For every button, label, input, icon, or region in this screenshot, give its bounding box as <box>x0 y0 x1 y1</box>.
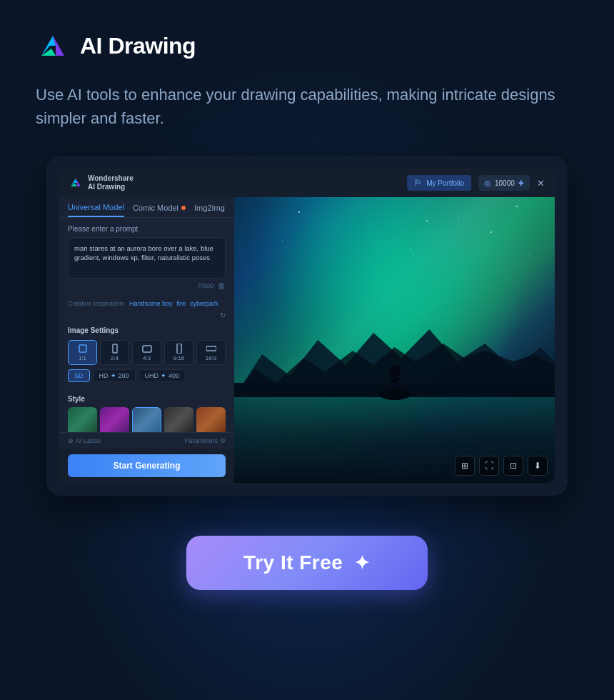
ratio-1-1-icon <box>78 344 88 354</box>
quality-sd-btn[interactable]: SD <box>68 369 90 382</box>
prompt-footer: 7/500 🗑 <box>68 281 226 290</box>
ratio-btn-4-3[interactable]: 4:3 <box>132 340 161 365</box>
credits-icon: ◎ <box>484 179 491 188</box>
style-thumb-oil <box>196 407 226 432</box>
panel-bottom: ⊕ AI Lasso Parameters ⚙ <box>59 432 234 449</box>
svg-rect-8 <box>143 346 151 352</box>
quality-hd-btn[interactable]: HD ✦ 200 <box>93 369 136 382</box>
char-count: 7/500 <box>197 282 213 289</box>
style-item-surrealistic[interactable]: Surrealistic <box>100 407 129 432</box>
portfolio-flag-icon: 🏳 <box>414 178 423 188</box>
prompt-section: Please enter a prompt man stares at an a… <box>59 218 234 297</box>
style-item-ink[interactable]: Ink <box>164 407 193 432</box>
prompt-textarea[interactable]: man stares at an aurora bore over a lake… <box>68 237 226 279</box>
svg-point-15 <box>389 366 401 377</box>
ai-lasso-btn[interactable]: ⊕ AI Lasso <box>68 437 101 444</box>
app-brand-name: Wondershare AI Drawing <box>88 174 134 191</box>
svg-rect-7 <box>113 344 117 353</box>
tab-img2img[interactable]: Img2Img <box>194 203 225 217</box>
inspiration-tag-1[interactable]: fire <box>177 300 186 307</box>
clear-icon[interactable]: 🗑 <box>218 281 226 290</box>
page-container: AI Drawing Use AI tools to enhance your … <box>0 0 614 700</box>
style-thumb-landscape <box>68 407 97 432</box>
style-item-landscape[interactable]: Landscape <box>68 407 97 432</box>
style-section: Style Landscape Surrealistic <box>59 392 234 432</box>
ratio-btn-2-4[interactable]: 2:4 <box>100 340 129 365</box>
inspiration-label: Creative Inspiration: <box>68 300 125 307</box>
header: AI Drawing <box>36 29 578 63</box>
svg-rect-6 <box>79 345 86 352</box>
generate-btn-container: Start Generating <box>59 449 234 483</box>
header-title: AI Drawing <box>80 33 196 59</box>
ratio-4-3-icon <box>142 344 152 354</box>
cta-label: Try It Free <box>243 551 343 574</box>
subtitle: Use AI tools to enhance your drawing cap… <box>36 83 578 130</box>
parameters-icon: ⚙ <box>220 437 226 444</box>
parameters-btn[interactable]: Parameters ⚙ <box>184 437 226 444</box>
ratio-16-9-icon <box>206 344 216 354</box>
image-tool-expand[interactable]: ⛶ <box>479 456 499 476</box>
svg-rect-9 <box>177 344 181 354</box>
title-bar-left: Wondershare AI Drawing <box>69 174 134 191</box>
tab-universal-model[interactable]: Universal Model <box>68 203 124 217</box>
uhd-star-icon: ✦ <box>161 372 166 379</box>
portfolio-button[interactable]: 🏳 My Portfolio <box>407 175 471 191</box>
image-tool-grid[interactable]: ⊞ <box>455 456 475 476</box>
title-bar-right: 🏳 My Portfolio ◎ 10000 + ✕ <box>407 175 545 191</box>
image-tool-crop[interactable]: ⊡ <box>503 456 523 476</box>
app-content: Universal Model Comic Model Img2Img Plea… <box>59 197 555 483</box>
inspiration-tag-2[interactable]: cyberpark <box>190 300 218 307</box>
style-item-watercolor[interactable]: Watercolor <box>132 407 161 432</box>
image-settings-section: Image Settings 1:1 2:4 <box>59 322 234 392</box>
svg-rect-10 <box>206 346 216 351</box>
right-panel-image: ⊞ ⛶ ⊡ ⬇ <box>234 197 555 483</box>
add-credits-button[interactable]: + <box>518 177 524 189</box>
try-it-free-button[interactable]: Try It Free ✦ <box>186 536 428 590</box>
style-thumb-ink <box>164 407 193 432</box>
ratio-2-4-icon <box>110 344 120 354</box>
inspiration-row: Creative Inspiration: Handsome boy fire … <box>59 297 234 322</box>
style-grid: Landscape Surrealistic Watercolor <box>68 407 226 432</box>
app-logo-small-icon <box>69 176 82 189</box>
image-toolbar: ⊞ ⛶ ⊡ ⬇ <box>455 456 548 476</box>
image-settings-label: Image Settings <box>68 326 226 334</box>
tabs-row: Universal Model Comic Model Img2Img <box>59 197 234 218</box>
style-item-oil[interactable]: Oil <box>196 407 226 432</box>
uhd-label: UHD <box>145 372 159 379</box>
quality-row: SD HD ✦ 200 UHD ✦ 400 <box>68 369 226 382</box>
prompt-label: Please enter a prompt <box>68 225 226 233</box>
cta-container: Try It Free ✦ <box>186 536 428 590</box>
refresh-icon[interactable]: ↻ <box>220 311 226 319</box>
style-label: Style <box>68 395 226 403</box>
app-logo-icon <box>36 29 70 63</box>
app-screenshot-container: Wondershare AI Drawing 🏳 My Portfolio ◎ … <box>46 156 568 496</box>
person-silhouette <box>377 350 413 403</box>
ratio-btn-1-1[interactable]: 1:1 <box>68 340 97 365</box>
left-panel: Universal Model Comic Model Img2Img Plea… <box>59 197 234 483</box>
inspiration-tag-0[interactable]: Handsome boy <box>129 300 173 307</box>
app-window: Wondershare AI Drawing 🏳 My Portfolio ◎ … <box>59 169 555 483</box>
lasso-icon: ⊕ <box>68 437 74 444</box>
style-thumb-watercolor <box>132 407 161 432</box>
comic-model-badge <box>181 206 186 210</box>
style-thumb-surrealistic <box>100 407 129 432</box>
ratio-grid: 1:1 2:4 4:3 <box>68 340 226 365</box>
close-button[interactable]: ✕ <box>537 178 545 189</box>
sparkle-icon: ✦ <box>354 552 371 574</box>
hd-star-icon: ✦ <box>111 372 116 379</box>
aurora-image: ⊞ ⛶ ⊡ ⬇ <box>234 197 555 483</box>
ratio-btn-9-16[interactable]: 9:16 <box>164 340 193 365</box>
ratio-btn-16-9[interactable]: 16:9 <box>196 340 226 365</box>
hd-label: HD <box>99 372 109 379</box>
generate-button[interactable]: Start Generating <box>68 454 226 477</box>
svg-point-16 <box>384 394 406 399</box>
tab-comic-model[interactable]: Comic Model <box>133 203 186 217</box>
ratio-9-16-icon <box>174 344 184 354</box>
credits-display: ◎ 10000 + <box>478 175 530 191</box>
image-tool-download[interactable]: ⬇ <box>528 456 548 476</box>
quality-uhd-btn[interactable]: UHD ✦ 400 <box>139 369 186 382</box>
title-bar: Wondershare AI Drawing 🏳 My Portfolio ◎ … <box>59 169 555 197</box>
